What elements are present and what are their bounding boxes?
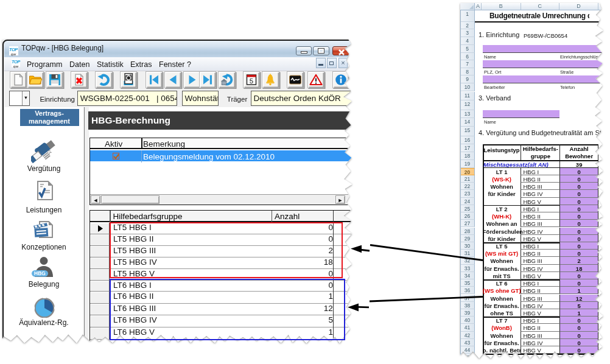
svg-text:HBG: HBG — [34, 270, 46, 276]
svg-text:5: 5 — [250, 77, 253, 84]
